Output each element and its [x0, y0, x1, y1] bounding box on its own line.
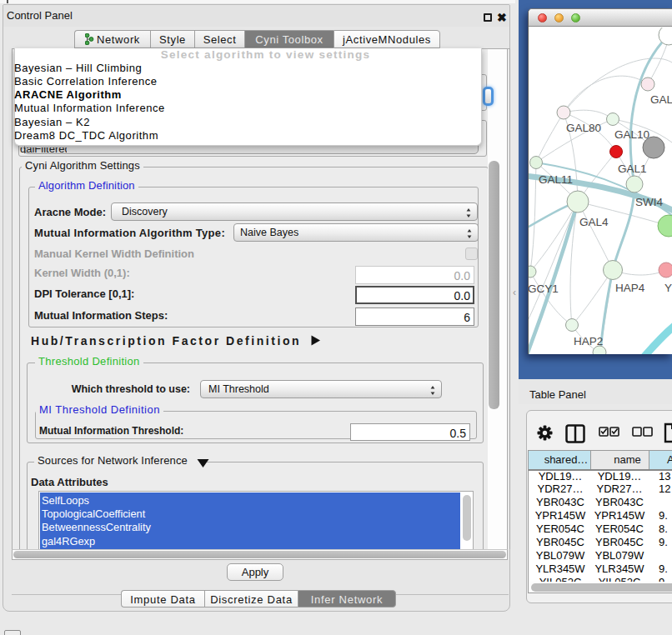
svg-text:GAL80: GAL80	[566, 122, 601, 134]
svg-text:HAP2: HAP2	[574, 335, 603, 348]
svg-text:GCY1: GCY1	[529, 282, 559, 295]
svg-text:Y: Y	[664, 282, 672, 294]
svg-text:GAL10: GAL10	[614, 128, 649, 141]
svg-text:SWI4: SWI4	[635, 196, 663, 208]
svg-text:GAL11: GAL11	[539, 173, 573, 186]
svg-text:GAL1: GAL1	[618, 162, 647, 175]
svg-text:GAL4: GAL4	[579, 216, 609, 228]
svg-text:HAP4: HAP4	[615, 282, 645, 294]
svg-text:GAL7: GAL7	[650, 93, 672, 106]
